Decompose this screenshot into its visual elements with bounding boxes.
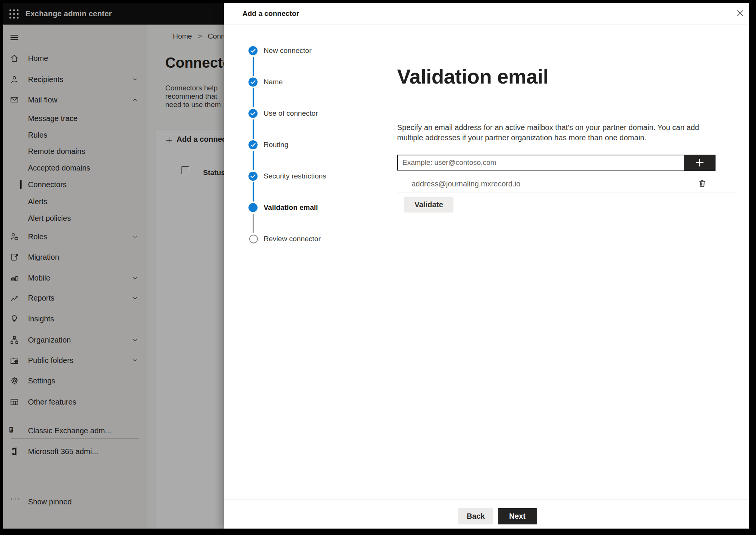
- app-window: Exchange admin center HomeRecipientsMail…: [3, 3, 749, 529]
- step-label: Security restrictions: [264, 172, 326, 180]
- close-icon[interactable]: [735, 8, 746, 19]
- step-label: Use of connector: [264, 109, 318, 118]
- step-heading: Validation email: [397, 65, 548, 88]
- add-connector-wizard: Add a connector New connectorNameUse of …: [224, 3, 749, 529]
- back-button[interactable]: Back: [458, 508, 493, 524]
- plus-icon: [694, 157, 705, 168]
- step-label: New connector: [264, 47, 312, 55]
- step-completed-icon: [248, 172, 258, 181]
- wizard-step-name[interactable]: Name: [224, 76, 380, 88]
- step-connector-line: [253, 151, 254, 170]
- step-upcoming-icon: [249, 235, 258, 243]
- step-connector-line: [253, 88, 254, 107]
- wizard-step-use-of-connector[interactable]: Use of connector: [224, 108, 380, 119]
- wizard-header: Add a connector: [224, 3, 749, 25]
- wizard-content: Validation email Specify an email addres…: [380, 25, 749, 499]
- wizard-step-routing[interactable]: Routing: [224, 139, 380, 150]
- step-description-line: multiple addresses if your partner organ…: [397, 133, 646, 143]
- next-button[interactable]: Next: [498, 508, 537, 524]
- step-description-line: Specify an email address for an active m…: [397, 123, 699, 133]
- trash-icon[interactable]: [697, 178, 708, 189]
- wizard-step-security-restrictions[interactable]: Security restrictions: [224, 171, 380, 182]
- wizard-steps-rail: New connectorNameUse of connectorRouting…: [224, 25, 380, 529]
- check-icon: [249, 78, 257, 86]
- address-list-item: address@journaling.mxrecord.io: [397, 177, 737, 192]
- check-icon: [249, 110, 257, 117]
- add-email-button[interactable]: [684, 155, 716, 171]
- wizard-step-new-connector[interactable]: New connector: [224, 45, 380, 56]
- footer-divider: [224, 499, 749, 500]
- wizard-step-validation-email[interactable]: Validation email: [224, 202, 380, 213]
- step-label: Review connector: [264, 235, 321, 243]
- step-connector-line: [253, 119, 254, 139]
- step-connector-line: [253, 182, 254, 202]
- step-completed-icon: [248, 140, 258, 149]
- wizard-step-review-connector[interactable]: Review connector: [224, 233, 380, 245]
- step-completed-icon: [248, 109, 258, 118]
- step-label: Routing: [264, 141, 289, 149]
- address-email: address@journaling.mxrecord.io: [411, 180, 520, 188]
- step-completed-icon: [248, 78, 258, 87]
- validation-email-input[interactable]: [397, 155, 692, 171]
- wizard-title: Add a connector: [242, 3, 299, 25]
- validate-button[interactable]: Validate: [404, 197, 453, 212]
- step-label: Name: [264, 78, 283, 86]
- check-icon: [249, 141, 257, 149]
- step-completed-icon: [248, 46, 258, 55]
- step-label: Validation email: [264, 203, 318, 212]
- check-icon: [249, 47, 257, 54]
- step-connector-line: [253, 57, 254, 76]
- check-icon: [249, 172, 257, 180]
- step-current-icon: [248, 203, 258, 212]
- step-connector-line: [253, 214, 254, 233]
